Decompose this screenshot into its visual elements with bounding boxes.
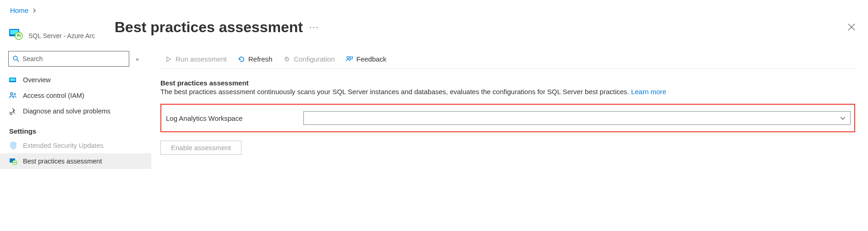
svg-rect-4 xyxy=(18,33,19,37)
log-analytics-workspace-row: Log Analytics Workspace xyxy=(160,104,855,132)
refresh-button[interactable]: Refresh xyxy=(238,55,273,63)
sidebar-section-settings: Settings xyxy=(0,119,151,138)
sidebar-item-diagnose[interactable]: Diagnose and solve problems xyxy=(0,103,151,119)
chevron-down-icon xyxy=(840,114,846,122)
svg-rect-15 xyxy=(14,162,14,163)
sidebar-item-label: Diagnose and solve problems xyxy=(23,107,110,115)
command-bar: Run assessment Refresh Configuration Fee… xyxy=(160,50,855,69)
feedback-icon xyxy=(346,56,353,63)
workspace-label: Log Analytics Workspace xyxy=(166,114,303,122)
svg-point-10 xyxy=(11,93,13,95)
configuration-button: Configuration xyxy=(283,55,335,63)
workspace-dropdown[interactable] xyxy=(303,111,851,125)
close-button[interactable] xyxy=(848,22,855,34)
page-title: Best practices assessment xyxy=(115,19,303,36)
sidebar-item-access-control[interactable]: Access control (IAM) xyxy=(0,88,151,103)
svg-rect-17 xyxy=(15,162,16,163)
sidebar-item-label: Extended Security Updates xyxy=(23,142,104,149)
resource-type-label: SQL Server - Azure Arc xyxy=(28,32,95,40)
sidebar: SQL Server - Azure Arc « Overview xyxy=(0,19,151,169)
diagnose-icon xyxy=(9,107,17,115)
cmd-label: Refresh xyxy=(248,55,273,63)
sidebar-item-label: Overview xyxy=(23,76,50,84)
cmd-label: Feedback xyxy=(356,55,386,63)
svg-rect-16 xyxy=(14,161,15,163)
gear-icon xyxy=(283,56,291,63)
cmd-label: Run assessment xyxy=(176,55,227,63)
play-icon xyxy=(165,56,172,63)
sidebar-item-label: Access control (IAM) xyxy=(23,92,84,99)
section-heading: Best practices assessment xyxy=(160,79,855,87)
svg-rect-3 xyxy=(17,34,18,37)
sidebar-search-box[interactable] xyxy=(8,51,129,67)
sidebar-item-best-practices-assessment[interactable]: Best practices assessment xyxy=(0,153,151,169)
svg-line-7 xyxy=(17,60,19,62)
refresh-icon xyxy=(238,56,245,63)
sidebar-item-extended-security-updates[interactable]: Extended Security Updates xyxy=(0,138,151,153)
svg-point-11 xyxy=(14,93,16,95)
collapse-sidebar-icon[interactable]: « xyxy=(136,56,139,62)
breadcrumb: Home xyxy=(0,0,868,19)
shield-icon xyxy=(9,141,17,150)
sidebar-item-overview[interactable]: Overview xyxy=(0,72,151,88)
cmd-label: Configuration xyxy=(294,55,335,63)
svg-point-6 xyxy=(13,56,17,60)
sidebar-search-input[interactable] xyxy=(22,55,125,62)
svg-point-12 xyxy=(10,113,12,115)
main-content: Best practices assessment ··· Run assess… xyxy=(151,19,868,169)
svg-point-23 xyxy=(347,56,349,58)
svg-point-22 xyxy=(286,56,287,58)
assessment-icon xyxy=(9,157,17,165)
chevron-right-icon xyxy=(33,7,37,14)
svg-point-21 xyxy=(286,58,288,60)
svg-rect-5 xyxy=(20,34,21,37)
sql-server-azure-arc-icon xyxy=(9,27,24,40)
search-icon xyxy=(12,55,20,62)
run-assessment-button: Run assessment xyxy=(165,55,227,63)
breadcrumb-home-link[interactable]: Home xyxy=(10,6,28,14)
feedback-button[interactable]: Feedback xyxy=(346,55,386,63)
sidebar-item-label: Best practices assessment xyxy=(23,158,102,165)
overview-icon xyxy=(9,76,17,84)
section-description: The best practices assessment continuous… xyxy=(160,88,855,96)
more-actions-button[interactable]: ··· xyxy=(309,23,319,32)
sidebar-nav: Overview Access control (IAM) Diagnose a… xyxy=(0,72,151,169)
enable-assessment-button: Enable assessment xyxy=(160,141,242,155)
svg-rect-9 xyxy=(10,79,16,81)
learn-more-link[interactable]: Learn more xyxy=(631,88,666,96)
access-control-icon xyxy=(9,91,17,100)
